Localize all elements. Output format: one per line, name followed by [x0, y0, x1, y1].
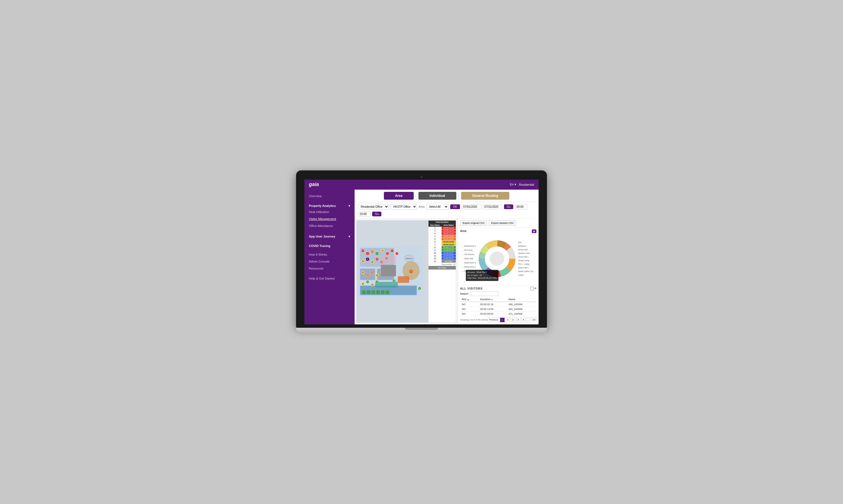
- area-chart-section: Area ▦ — Model Area 4 — ROI Zone — VIP: [458, 228, 538, 286]
- svg-text:9: 9: [396, 253, 397, 254]
- laptop-base: [296, 328, 547, 334]
- tooltip-time: Total Time : 00:01:05:45 (10.72%): [467, 277, 497, 280]
- svg-rect-73: [381, 255, 396, 264]
- svg-text:15: 15: [376, 258, 378, 260]
- date-end[interactable]: [483, 204, 502, 210]
- chart-type-icon[interactable]: ▦: [532, 230, 536, 233]
- page-btn-10[interactable]: 10: [532, 318, 536, 322]
- page-btn-1[interactable]: 1: [500, 318, 504, 322]
- label-lobby: Lobby: [518, 274, 535, 276]
- duration-row: 1 00:00:21:44: [429, 227, 456, 230]
- page-btn-2[interactable]: 2: [505, 318, 510, 322]
- go-button-2[interactable]: Go: [372, 212, 381, 216]
- label-david-collins: David Collins Cor...: [518, 270, 535, 272]
- sidebar-section-covid: COVID Tracing: [305, 242, 355, 248]
- svg-text:36: 36: [376, 281, 378, 283]
- go-button-1[interactable]: Go: [504, 204, 513, 209]
- floor-plan[interactable]: 23 18 17: [356, 220, 428, 323]
- col-roi[interactable]: ROI ▲: [460, 297, 479, 302]
- tab-general-routing[interactable]: General Routing: [461, 192, 509, 200]
- svg-rect-8: [362, 290, 366, 294]
- donut-labels-left: — Model Area 4 — ROI Zone — VIP Rooms — …: [462, 245, 476, 272]
- svg-text:2: 2: [411, 271, 411, 272]
- svg-rect-11: [376, 290, 380, 294]
- sidebar-item-seat-utilization[interactable]: Seat Utilization: [305, 209, 355, 216]
- filters-row: Residential Office HKSTP Office Area Sel…: [355, 202, 538, 219]
- sidebar-section-app-user-journey[interactable]: App User Journey ▾: [305, 233, 355, 239]
- export-original-csv[interactable]: Export original CSV: [460, 220, 487, 226]
- tab-area[interactable]: Area: [384, 192, 414, 200]
- filter-building[interactable]: Residential Office: [358, 204, 389, 210]
- sidebar-item-overview[interactable]: Overview: [305, 193, 355, 199]
- sidebar-item-resources[interactable]: Resources: [305, 265, 355, 272]
- area-chart-title: Area: [460, 230, 536, 233]
- date-start[interactable]: [462, 204, 481, 210]
- laptop-shell: gaia En ▾ Residential Overview: [296, 170, 547, 334]
- print-checkbox[interactable]: [530, 287, 534, 290]
- export-session-csv[interactable]: Export session CSV: [489, 220, 516, 226]
- total-entries: Total entries: 19: [429, 263, 456, 266]
- table-row: NO 00:00:09:03 471_160568: [460, 311, 536, 316]
- search-label: Search:: [460, 292, 469, 295]
- no-data-label: No Data: [429, 266, 456, 270]
- col-name[interactable]: Name: [507, 297, 536, 302]
- sidebar-item-help[interactable]: Help & Get Started: [305, 275, 355, 282]
- cell-name: 471_160568: [507, 311, 536, 316]
- svg-text:27: 27: [372, 272, 373, 273]
- duration-row: 12 00:00:05:07: [429, 257, 456, 260]
- svg-text:20: 20: [367, 258, 368, 260]
- svg-text:28: 28: [376, 274, 378, 276]
- cell-name: 482_160568: [507, 307, 536, 311]
- sidebar-item-office-attendance[interactable]: Office Attendance: [305, 222, 355, 230]
- cell-roi: NO: [460, 311, 479, 316]
- label-sales-hall: — Sales Hall: [462, 257, 476, 259]
- search-row: Search:: [460, 291, 536, 296]
- time-start[interactable]: [515, 204, 528, 210]
- label-model-area-3: — Model Area 3: [462, 262, 476, 264]
- svg-rect-12: [381, 290, 385, 294]
- sidebar-item-how-it-works[interactable]: How It Works: [305, 251, 355, 258]
- duration-row: 8 00:00:11:20: [429, 246, 456, 249]
- label-vip-rooms: — VIP Rooms: [462, 253, 476, 255]
- left-panel: 23 18 17: [355, 219, 458, 324]
- page-btn-4[interactable]: 4: [516, 318, 520, 322]
- label-arrival-hall: Arrival Hall: [518, 249, 535, 251]
- ok-button-1[interactable]: OK: [450, 204, 460, 209]
- sidebar-item-admin-console[interactable]: Admin Console: [305, 258, 355, 265]
- svg-text:44: 44: [419, 288, 420, 289]
- split-view: 23 18 17: [355, 219, 538, 324]
- col-duration[interactable]: Duration ⬥: [478, 297, 507, 302]
- duration-table-header: Total Duration: [429, 220, 456, 223]
- filter-office[interactable]: HKSTP Office: [391, 204, 417, 210]
- duration-row: 7 00:00:18:32: [429, 243, 456, 246]
- tab-individual[interactable]: Individual: [418, 192, 457, 200]
- cell-duration: 00:00 13:09: [478, 307, 507, 311]
- showing-text: Showing 1 to 5 of 50 entries: [460, 319, 488, 321]
- duration-row: 3 00:00:21:44: [429, 232, 456, 235]
- camera: [421, 176, 423, 178]
- prev-page-btn[interactable]: Previous: [488, 318, 499, 322]
- visitors-title: ALL VISITORS: [460, 287, 483, 290]
- table-row: NO 00:00 13:09 482_160568: [460, 307, 536, 311]
- page-btn-5[interactable]: 5: [521, 318, 526, 322]
- filter-area[interactable]: Select All: [426, 204, 449, 210]
- time-end[interactable]: [358, 211, 371, 217]
- svg-text:33: 33: [362, 283, 364, 285]
- main-body: Overview Property Analytics ▾ Seat Utili…: [305, 190, 538, 324]
- label-exit: Exit: [518, 241, 535, 244]
- print-toggle[interactable]: P: [530, 287, 536, 290]
- right-panel: Export original CSV Export session CSV A…: [458, 219, 538, 324]
- svg-text:11: 11: [386, 253, 388, 254]
- visitors-section: ALL VISITORS P Search:: [458, 286, 538, 324]
- pagination: Showing 1 to 5 of 50 entries Previous 1 …: [460, 317, 536, 323]
- language-selector[interactable]: En ▾: [510, 183, 516, 186]
- sidebar-item-visitor-management[interactable]: Visitor Management: [305, 216, 355, 222]
- visitors-search-input[interactable]: [470, 291, 498, 296]
- cell-duration: 00:00:02:16: [478, 302, 507, 307]
- sidebar-section-property-analytics[interactable]: Property Analytics ▾: [305, 202, 355, 209]
- sidebar: Overview Property Analytics ▾ Seat Utili…: [305, 190, 355, 324]
- svg-text:34: 34: [367, 281, 368, 283]
- page-btn-3[interactable]: 3: [511, 318, 515, 322]
- svg-text:18: 18: [367, 253, 368, 254]
- floor-plan-svg: 23 18 17: [356, 220, 428, 323]
